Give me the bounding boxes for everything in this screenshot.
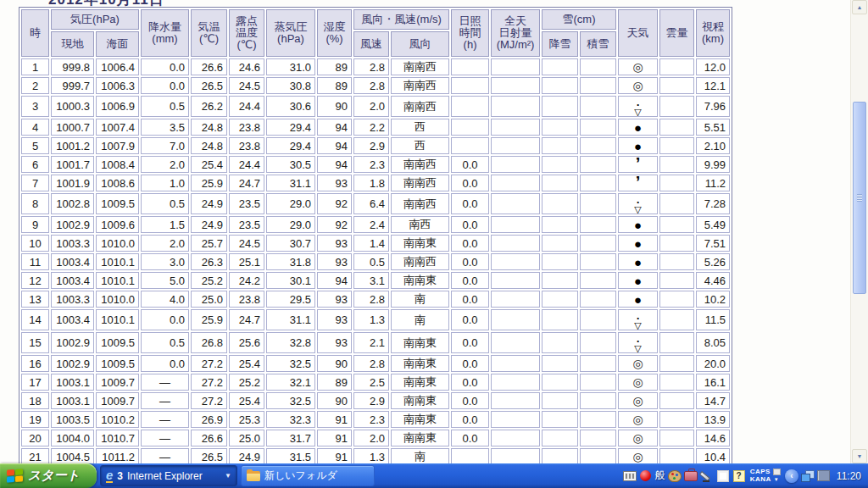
weather-symbol-rain-icon: ● [634,139,642,153]
cell-wind-direction: 南南西 [391,77,449,94]
cell-wind-direction: 南南西 [391,58,449,75]
cell-wind-speed: 2.8 [353,355,389,372]
cell-cloud-cover [659,137,694,154]
mini-window-icon [773,469,781,475]
weather-symbol-rain-icon: ● [634,274,642,288]
cell-weather: ◎ [618,58,658,75]
cell-precipitation: 0.0 [141,355,189,372]
scroll-up-arrow-icon[interactable]: ▲ [852,0,867,14]
taskbar-button-internet-explorer[interactable]: e 3 Internet Explorer ▼ [100,465,237,486]
cell-vapor-pressure: 31.5 [266,448,315,465]
header-weather: 天気 [618,9,658,57]
cell-wind-speed: 2.8 [353,58,389,75]
cell-wind-speed: 2.1 [353,332,389,353]
cell-temperature: 24.9 [191,216,227,233]
cell-vapor-pressure: 31.7 [266,430,315,446]
taskbar-button-new-folder[interactable]: 新しいフォルダ [241,465,375,486]
header-vapor-pressure: 蒸気圧 (hPa) [266,9,315,57]
cell-temperature: 27.2 [191,392,227,409]
weather-symbol-cloudy-icon: ◎ [632,394,643,408]
table-row: 61001.71008.42.025.424.430.5942.3南南西0.0’… [21,156,730,173]
table-row: 81002.81009.50.524.923.529.0926.4南南西0.0•… [21,193,730,214]
cell-weather: •▽ [618,309,658,330]
cell-wind-speed: 1.4 [353,235,389,252]
cell-visibility: 12.0 [696,58,730,75]
cell-wind-direction: 南南東 [391,235,449,252]
cell-vapor-pressure: 32.3 [266,411,315,428]
cell-wind-speed: 2.2 [353,119,389,136]
cell-snow-depth [580,392,616,409]
cell-humidity: 90 [317,355,352,372]
start-button[interactable]: スタート [0,463,97,488]
cell-weather: ◎ [618,448,658,465]
header-radiation: 全天 日射量 (MJ/m²) [491,9,540,57]
palette-icon[interactable] [668,469,682,483]
toolbox-icon[interactable] [684,469,698,483]
ime-ball-icon[interactable] [639,469,653,483]
cell-weather: ● [618,137,658,154]
cell-vapor-pressure: 31.1 [266,175,315,191]
cell-precipitation: 0.5 [141,96,189,117]
display-icon[interactable] [817,469,831,483]
vertical-scrollbar[interactable]: ▲ ▼ [850,0,868,463]
cell-temperature: 27.2 [191,355,227,372]
cell-weather: •▽ [618,193,658,214]
chevron-down-icon: ▼ [774,476,779,483]
cell-dew-point: 24.2 [229,272,264,289]
scroll-down-arrow-icon[interactable]: ▼ [852,449,867,463]
table-body: 1999.81006.40.026.624.631.0892.8南南西◎12.0… [21,58,730,484]
cell-hour: 20 [21,430,49,446]
cell-temperature: 25.9 [191,309,227,330]
table-row: 2999.71006.30.026.524.530.8892.8南南西◎12.1 [21,77,730,94]
ie-button-label: Internet Explorer [127,470,203,482]
cell-radiation [491,137,540,154]
ime-pad-icon[interactable] [716,469,730,483]
cell-snowfall [542,309,578,330]
cell-cloud-cover [659,119,694,136]
cell-visibility: 7.28 [696,193,730,214]
cell-cloud-cover [659,392,694,409]
weather-symbol-cloudy-icon: ◎ [632,79,643,92]
pen-icon[interactable] [700,469,714,483]
cell-pressure-sea: 1010.0 [96,235,139,252]
table-row: 191003.51010.2—26.925.332.3912.3南南東0.0◎1… [21,411,730,428]
collapse-tray-chevron-icon[interactable]: ‹ [785,469,798,483]
cell-dew-point: 24.4 [229,96,264,117]
cell-precipitation: 3.5 [141,119,189,136]
table-row: 131003.31010.04.025.023.829.5932.8南0.0●1… [21,291,730,308]
cell-vapor-pressure: 31.8 [266,253,315,270]
cell-vapor-pressure: 29.4 [266,119,315,136]
cell-precipitation: — [141,374,189,391]
table-row: 71001.91008.61.025.924.731.1931.8南南西0.0’… [21,175,730,191]
cell-hour: 13 [21,291,49,308]
weather-symbol-rain-icon: ● [634,236,642,251]
header-visibility: 視程 (km) [696,9,730,57]
cell-radiation [491,96,540,117]
cell-pressure-sea: 1008.4 [96,156,139,173]
cell-weather: ◎ [618,77,658,94]
help-icon[interactable]: ? [732,469,746,483]
ime-status-indicator[interactable]: CAPS KANA▼ [750,469,781,483]
cell-wind-speed: 2.8 [353,77,389,94]
cell-sunshine: 0.0 [451,272,489,289]
cell-cloud-cover [659,291,694,308]
cell-wind-speed: 2.9 [353,392,389,409]
scrollbar-thumb[interactable] [853,102,866,294]
cell-precipitation: — [141,392,189,409]
ime-mode-indicator[interactable]: 般 [655,469,665,483]
cell-snowfall [542,392,578,409]
cell-sunshine [451,448,489,465]
weather-symbol-drizzle-icon: ’ [636,175,641,191]
cell-humidity: 89 [317,77,352,94]
header-wind-group: 風向・風速(m/s) [353,9,449,30]
cell-dew-point: 25.2 [229,374,264,391]
cell-radiation [491,77,540,94]
cell-sunshine: 0.0 [451,355,489,372]
weather-symbol-rain-icon: ● [634,120,642,135]
cell-humidity: 90 [317,96,352,117]
network-monitors-icon[interactable] [801,470,815,482]
keyboard-icon[interactable] [623,469,637,483]
cell-visibility: 11.5 [696,309,730,330]
chevron-down-icon[interactable]: ▼ [225,472,231,480]
cell-snow-depth [580,291,616,308]
